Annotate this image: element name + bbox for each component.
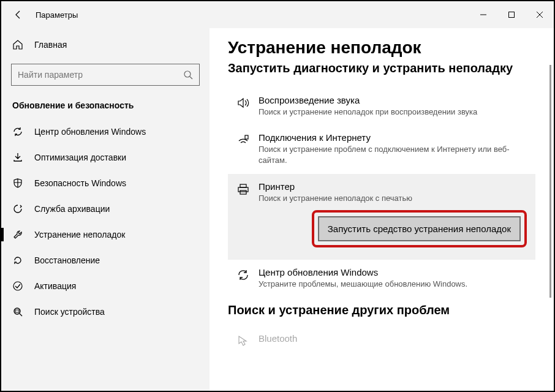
item-desc: Поиск и устранение неполадок с печатью bbox=[259, 193, 529, 204]
nav-label: Поиск устройства bbox=[34, 307, 105, 317]
search-icon bbox=[183, 70, 193, 80]
cursor-icon bbox=[234, 333, 252, 347]
minimize-button[interactable] bbox=[469, 1, 497, 28]
nav-label: Восстановление bbox=[34, 255, 100, 265]
window-title: Параметры bbox=[36, 10, 78, 20]
svg-rect-1 bbox=[509, 12, 515, 18]
search-box[interactable] bbox=[11, 64, 200, 86]
wifi-icon bbox=[234, 132, 252, 166]
main-pane: Устранение неполадок Запустить диагности… bbox=[210, 28, 554, 391]
troubleshoot-item-internet[interactable]: Подключения к Интернету Поиск и устранен… bbox=[228, 125, 535, 173]
section-header: Поиск и устранение других проблем bbox=[228, 303, 535, 317]
svg-rect-7 bbox=[15, 310, 19, 312]
backup-icon bbox=[12, 203, 23, 214]
item-title: Подключения к Интернету bbox=[259, 132, 529, 143]
category-header: Обновление и безопасность bbox=[1, 97, 210, 119]
run-button-label: Запустить средство устранения неполадок bbox=[328, 224, 511, 234]
svg-point-2 bbox=[184, 71, 191, 77]
sidebar-item-windows-security[interactable]: Безопасность Windows bbox=[1, 170, 210, 196]
svg-rect-11 bbox=[240, 190, 246, 194]
svg-point-4 bbox=[13, 282, 22, 290]
search-input[interactable] bbox=[18, 70, 183, 80]
recovery-icon bbox=[12, 255, 23, 266]
troubleshoot-item-bluetooth[interactable]: Bluetooth bbox=[228, 326, 535, 354]
sidebar-item-backup[interactable]: Служба архивации bbox=[1, 196, 210, 222]
item-title: Принтер bbox=[259, 181, 529, 192]
sidebar-item-recovery[interactable]: Восстановление bbox=[1, 247, 210, 273]
sidebar-item-delivery-optimization[interactable]: Оптимизация доставки bbox=[1, 145, 210, 170]
nav-label: Устранение неполадок bbox=[34, 230, 125, 239]
scrollbar[interactable] bbox=[549, 65, 551, 298]
sync-icon bbox=[12, 126, 23, 137]
nav-label: Активация bbox=[34, 281, 76, 291]
printer-icon bbox=[234, 181, 252, 204]
item-desc: Устраните проблемы, мешающие обновлению … bbox=[259, 279, 529, 290]
home-label: Главная bbox=[34, 40, 67, 50]
home-nav[interactable]: Главная bbox=[1, 33, 210, 56]
nav-label: Служба архивации bbox=[34, 204, 110, 214]
maximize-button[interactable] bbox=[497, 1, 526, 28]
troubleshoot-item-printer[interactable]: Принтер Поиск и устранение неполадок с п… bbox=[228, 174, 535, 211]
speaker-icon bbox=[234, 95, 252, 118]
find-device-icon bbox=[12, 306, 23, 317]
troubleshoot-item-audio[interactable]: Воспроизведение звука Поиск и устранение… bbox=[228, 88, 535, 125]
item-desc: Поиск и устранение неполадок при воспрои… bbox=[259, 107, 529, 118]
svg-rect-10 bbox=[238, 187, 248, 192]
shield-icon bbox=[12, 178, 23, 189]
troubleshoot-item-windows-update[interactable]: Центр обновления Windows Устраните пробл… bbox=[228, 260, 535, 297]
sidebar-item-windows-update[interactable]: Центр обновления Windows bbox=[1, 119, 210, 145]
nav-label: Оптимизация доставки bbox=[34, 153, 126, 162]
item-desc: Поиск и устранение проблем с подключение… bbox=[259, 144, 529, 166]
page-title: Устранение неполадок bbox=[228, 38, 535, 58]
sidebar-item-find-device[interactable]: Поиск устройства bbox=[1, 299, 210, 325]
item-title: Воспроизведение звука bbox=[259, 95, 529, 105]
svg-line-6 bbox=[20, 314, 22, 316]
svg-line-3 bbox=[190, 77, 192, 79]
run-troubleshooter-button[interactable]: Запустить средство устранения неполадок bbox=[318, 216, 521, 241]
activation-icon bbox=[12, 281, 23, 292]
wrench-icon bbox=[12, 229, 23, 240]
nav-label: Безопасность Windows bbox=[34, 178, 126, 188]
sidebar: Главная Обновление и безопасность Центр … bbox=[1, 28, 210, 391]
back-button[interactable] bbox=[6, 1, 31, 28]
nav-label: Центр обновления Windows bbox=[34, 127, 146, 137]
svg-rect-9 bbox=[240, 184, 246, 187]
svg-rect-8 bbox=[245, 135, 248, 139]
page-subtitle: Запустить диагностику и устранить непола… bbox=[228, 61, 535, 75]
sync-icon bbox=[234, 267, 252, 290]
close-button[interactable] bbox=[526, 1, 554, 28]
item-title: Центр обновления Windows bbox=[259, 267, 529, 277]
troubleshoot-item-printer-expanded: Запустить средство устранения неполадок bbox=[228, 211, 535, 260]
item-title: Bluetooth bbox=[259, 333, 529, 344]
titlebar: Параметры bbox=[1, 1, 554, 28]
sidebar-item-troubleshoot[interactable]: Устранение неполадок bbox=[1, 222, 210, 247]
delivery-icon bbox=[12, 152, 23, 163]
sidebar-item-activation[interactable]: Активация bbox=[1, 273, 210, 299]
home-icon bbox=[12, 39, 23, 50]
